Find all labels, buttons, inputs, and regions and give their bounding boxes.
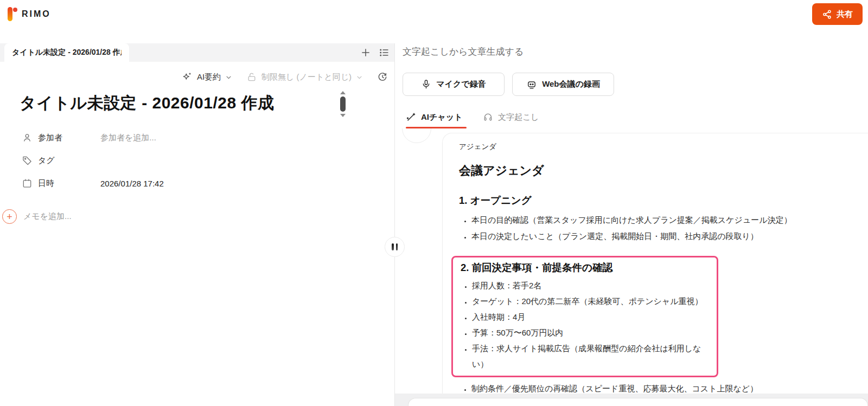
bullet-item: ターゲット：20代の第二新卒（未経験可、ポテンシャル重視） [472,293,711,309]
history-icon [377,72,388,82]
datetime-label: 日時 [38,178,54,189]
ai-summary-label: AI要約 [197,72,221,82]
bullet-item: 採用人数：若手2名 [472,278,711,293]
meta-row-participants: 参加者 参加者を追加... [22,130,164,145]
datetime-value[interactable]: 2026/01/28 17:42 [100,179,164,188]
panel-divider [394,43,395,406]
bullet-item: 手法：求人サイト掲載広告（成果報酬型の紹介会社は利用しない） [472,340,711,372]
participants-label: 参加者 [38,133,62,143]
bullet-item: 入社時期：4月 [472,309,711,325]
headphones-icon [483,112,493,123]
bullet-list: 本日の目的確認（営業スタッフ採用に向けた求人プラン提案／掲載スケジュール決定）本… [459,212,846,244]
record-mic-label: マイクで録音 [436,79,486,89]
share-button[interactable]: 共有 [812,3,863,25]
agenda-section: 1. オープニング本日の目的確認（営業スタッフ採用に向けた求人プラン提案／掲載ス… [459,194,846,244]
chevron-down-icon [225,74,232,81]
tag-icon [22,155,33,166]
share-button-label: 共有 [837,9,853,20]
share-icon [822,9,832,20]
note-tab[interactable]: タイトル未設定 - 2026/01/28 作成 [4,43,129,62]
app-header: RIMO 共有 [0,0,868,28]
rimo-logo: RIMO [8,7,51,22]
note-title[interactable]: タイトル未設定 - 2026/01/28 作成 [20,92,334,114]
record-meeting-button[interactable]: Web会議の録画 [512,73,614,96]
note-toolbar: AI要約 制限無し (ノートと同じ) [0,66,394,88]
plus-circle-icon: + [2,209,17,224]
title-scrollbar[interactable] [340,91,346,125]
bullet-item: 本日の決定したいこと（プラン選定、掲載開始日・期間、社内承認の段取り） [471,228,846,244]
microphone-icon [421,79,431,89]
agenda-kicker: アジェンダ [459,142,846,152]
person-icon [22,132,33,143]
tab-transcript-label: 文字起こし [498,112,539,123]
meta-row-datetime: 日時 2026/01/28 17:42 [22,176,164,191]
webcam-icon [526,79,537,90]
chat-input-card[interactable] [408,398,868,406]
panel-collapse-handle[interactable] [385,237,405,257]
add-participant-field[interactable]: 参加者を追加... [100,133,156,143]
history-button[interactable] [377,72,388,82]
bullet-list: 制約条件／優先順位の再確認（スピード重視、応募最大化、コスト上限など） [459,381,846,394]
agenda-sections: 1. オープニング本日の目的確認（営業スタッフ採用に向けた求人プラン提案／掲載ス… [459,194,846,394]
note-tabstrip: タイトル未設定 - 2026/01/28 作成 [0,43,394,62]
permission-dropdown[interactable]: 制限無し (ノートと同じ) [246,72,363,82]
chevron-down-icon [356,74,363,81]
section-heading: 1. オープニング [459,194,846,207]
sparkles-icon [182,72,193,82]
permission-label: 制限無し (ノートと同じ) [261,72,352,82]
add-memo-label: メモを追加... [23,211,72,222]
pause-icon [392,243,394,250]
active-tab-underline [406,127,467,128]
ai-summary-dropdown[interactable]: AI要約 [182,72,232,82]
calendar-icon [22,178,33,189]
rimo-logo-icon [8,7,16,22]
bullet-item: 予算：50万〜60万円以内 [472,325,711,340]
bullet-item: 制約条件／優先順位の再確認（スピード重視、応募最大化、コスト上限など） [471,381,846,394]
record-meeting-label: Web会議の録画 [542,79,600,89]
note-meta: 参加者 参加者を追加... タグ 日時 2026/01/28 17:42 [22,130,164,198]
scroll-down-arrow-icon[interactable] [340,114,346,117]
bullet-item: 本日の目的確認（営業スタッフ採用に向けた求人プラン提案／掲載スケジュール決定） [471,212,846,228]
note-list-icon[interactable] [378,46,391,59]
section-heading: 2. 前回決定事項・前提条件の確認 [461,261,711,274]
lock-open-icon [246,72,257,82]
highlight-box: 2. 前回決定事項・前提条件の確認採用人数：若手2名ターゲット：20代の第二新卒… [451,256,718,377]
note-tab-title: タイトル未設定 - 2026/01/28 作成 [12,48,122,57]
rimo-logo-text: RIMO [22,9,51,19]
agenda-card: アジェンダ 会議アジェンダ 1. オープニング本日の目的確認（営業スタッフ採用に… [442,133,868,394]
tab-transcript[interactable]: 文字起こし [483,106,550,128]
tags-label: タグ [38,156,55,166]
bullet-list: 採用人数：若手2名ターゲット：20代の第二新卒（未経験可、ポテンシャル重視）入社… [461,278,711,372]
generate-heading: 文字起こしから文章生成する [403,46,524,58]
meta-row-tags: タグ [22,153,164,168]
tab-ai-chat[interactable]: AIチャット [406,106,467,128]
record-mic-button[interactable]: マイクで録音 [403,73,505,96]
add-memo-button[interactable]: + メモを追加... [2,209,72,224]
add-tab-button[interactable] [359,46,372,59]
record-buttons: マイクで録音 Web会議の録画 [403,73,614,96]
agenda-title: 会議アジェンダ [459,163,846,179]
agenda-section: 2. 前回決定事項・前提条件の確認採用人数：若手2名ターゲット：20代の第二新卒… [459,256,846,394]
magic-wand-icon [406,112,416,123]
scroll-up-arrow-icon[interactable] [340,91,346,94]
tab-ai-chat-label: AIチャット [421,112,462,123]
right-panel-tabs: AIチャット 文字起こし [395,106,868,128]
scrollbar-thumb[interactable] [340,96,346,112]
